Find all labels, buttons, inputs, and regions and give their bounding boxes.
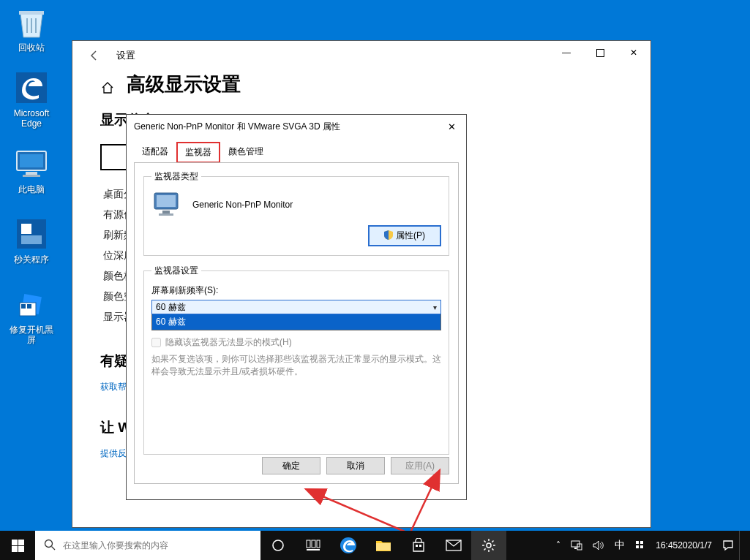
group-legend: 监视器设置 — [151, 265, 201, 277]
desktop-icon-repair[interactable]: 修复开机黑屏 — [6, 287, 57, 345]
tray-ime-pad-button[interactable] — [630, 531, 650, 560]
edge-icon — [340, 537, 357, 554]
tray-ime-button[interactable]: 中 — [610, 531, 630, 560]
edge-icon — [14, 70, 49, 105]
svg-rect-24 — [12, 546, 18, 552]
tray-clock[interactable]: 16:45 2020/1/7 — [650, 531, 717, 560]
svg-rect-0 — [26, 18, 28, 33]
clock-date: 2020/1/7 — [678, 540, 712, 551]
tab-adapter[interactable]: 适配器 — [134, 142, 176, 163]
desktop-icon-label: Microsoft Edge — [6, 108, 57, 129]
svg-line-27 — [52, 546, 56, 550]
taskbar-app-edge[interactable] — [331, 531, 366, 560]
taskbar-app-settings[interactable] — [471, 531, 506, 560]
svg-line-43 — [484, 541, 486, 542]
svg-rect-22 — [12, 540, 18, 545]
mail-icon — [446, 540, 462, 551]
svg-rect-17 — [157, 195, 176, 207]
cancel-button[interactable]: 取消 — [326, 457, 385, 474]
desktop-icon-label: 修复开机黑屏 — [6, 325, 57, 345]
svg-rect-18 — [162, 211, 170, 213]
svg-rect-9 — [21, 224, 31, 234]
svg-rect-48 — [574, 548, 577, 549]
window-close-button[interactable]: ✕ — [617, 41, 650, 64]
taskbar-cortana-button[interactable] — [260, 531, 296, 560]
tray-overflow-button[interactable]: ˄ — [551, 531, 566, 560]
store-icon — [411, 538, 426, 553]
tab-panel-monitor: 监视器类型 Generic Non-PnP Monitor 属性(P) 监视器设… — [134, 162, 459, 484]
apply-button[interactable]: 应用(A) — [391, 457, 449, 474]
svg-rect-5 — [20, 154, 43, 167]
svg-line-46 — [492, 541, 493, 542]
monitor-icon — [151, 190, 184, 219]
svg-rect-51 — [640, 541, 643, 544]
volume-icon — [593, 540, 604, 550]
svg-rect-52 — [636, 545, 639, 548]
grid-icon — [635, 540, 645, 550]
tray-volume-button[interactable] — [588, 531, 610, 560]
svg-rect-19 — [159, 213, 173, 216]
svg-rect-14 — [27, 304, 31, 309]
hide-modes-checkbox[interactable] — [151, 338, 161, 347]
start-button[interactable] — [0, 531, 35, 560]
dialog-title: Generic Non-PnP Monitor 和 VMware SVGA 3D… — [134, 121, 444, 133]
svg-point-28 — [273, 540, 283, 550]
refresh-rate-label: 屏幕刷新频率(S): — [151, 284, 441, 297]
window-title: 设置 — [116, 49, 135, 62]
window-maximize-button[interactable] — [583, 41, 617, 64]
shield-icon — [384, 230, 393, 242]
taskbar-app-mail[interactable] — [436, 531, 471, 560]
svg-rect-36 — [419, 545, 421, 547]
home-icon — [100, 77, 115, 92]
refresh-rate-combobox[interactable]: 60 赫兹 ▾ — [151, 300, 441, 314]
dialog-close-button[interactable]: ✕ — [444, 119, 459, 134]
search-icon — [44, 539, 56, 553]
windows-logo-icon — [12, 540, 24, 552]
monitor-settings-group: 监视器设置 屏幕刷新频率(S): 60 赫兹 ▾ 60 赫兹 隐藏该监视器无法显… — [143, 265, 449, 455]
back-button[interactable] — [86, 47, 103, 64]
svg-rect-7 — [23, 175, 40, 177]
ok-button[interactable]: 确定 — [262, 457, 320, 474]
svg-point-38 — [487, 543, 491, 548]
network-icon — [571, 540, 582, 550]
task-view-icon — [306, 540, 320, 551]
group-legend: 监视器类型 — [151, 170, 201, 183]
svg-rect-1 — [31, 18, 32, 33]
svg-line-44 — [492, 548, 493, 550]
chevron-down-icon: ▾ — [433, 303, 437, 311]
recycle-bin-icon — [14, 4, 49, 39]
combobox-value: 60 赫兹 — [156, 301, 186, 314]
hide-modes-checkbox-row[interactable]: 隐藏该监视器无法显示的模式(H) — [151, 336, 441, 349]
svg-rect-34 — [376, 543, 391, 550]
tray-network-button[interactable] — [566, 531, 588, 560]
svg-line-45 — [484, 548, 486, 550]
notification-icon — [722, 540, 734, 551]
chevron-up-icon: ˄ — [556, 540, 560, 550]
show-desktop-button[interactable] — [739, 531, 750, 560]
tray-action-center-button[interactable] — [717, 531, 739, 560]
svg-rect-25 — [18, 546, 24, 552]
svg-rect-10 — [21, 235, 42, 244]
taskbar-app-explorer[interactable] — [366, 531, 401, 560]
taskbar-task-view-button[interactable] — [296, 531, 331, 560]
desktop-icon-shutdown[interactable]: 秒关程序 — [6, 216, 57, 265]
tab-color-management[interactable]: 颜色管理 — [220, 142, 271, 163]
monitor-properties-button[interactable]: 属性(P) — [368, 225, 441, 246]
svg-rect-29 — [307, 540, 310, 548]
taskbar-app-store[interactable] — [401, 531, 436, 560]
display-properties-dialog: Generic Non-PnP Monitor 和 VMware SVGA 3D… — [126, 114, 467, 500]
app-icon — [14, 216, 49, 251]
taskbar-search-box[interactable]: 在这里输入你要搜索的内容 — [35, 531, 260, 560]
svg-rect-6 — [26, 172, 37, 175]
desktop-icon-recycle-bin[interactable]: 回收站 — [6, 4, 57, 53]
refresh-rate-option[interactable]: 60 赫兹 — [152, 314, 440, 330]
window-minimize-button[interactable]: ― — [550, 41, 583, 64]
svg-rect-31 — [317, 540, 320, 548]
svg-rect-15 — [596, 49, 604, 56]
desktop-icon-edge[interactable]: Microsoft Edge — [6, 70, 57, 129]
desktop-icon-this-pc[interactable]: 此电脑 — [6, 146, 57, 194]
desktop-icon-label: 秒关程序 — [6, 254, 57, 265]
svg-rect-2 — [35, 18, 37, 33]
tab-monitor[interactable]: 监视器 — [176, 142, 220, 163]
svg-rect-50 — [636, 541, 639, 544]
